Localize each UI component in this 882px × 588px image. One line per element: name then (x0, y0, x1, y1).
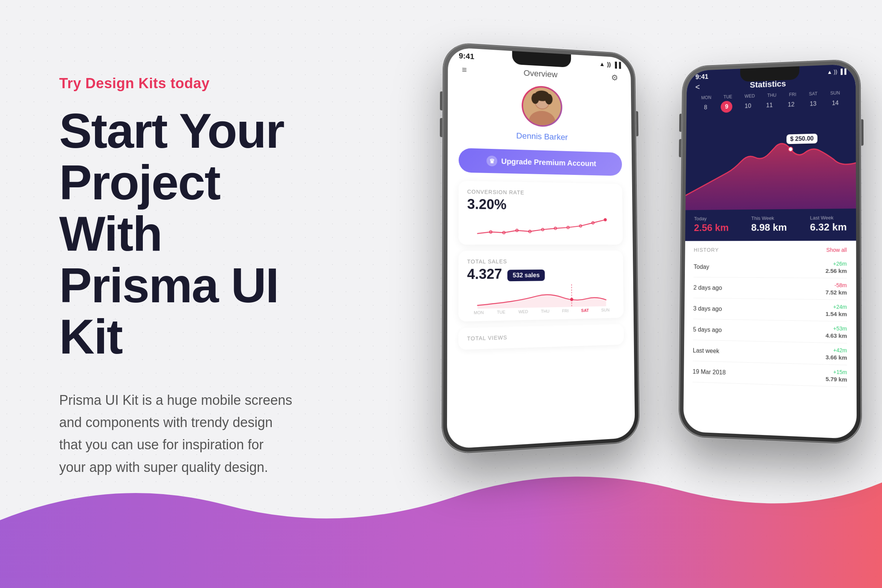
metric-today-label: Today (694, 216, 729, 221)
notch-right (740, 66, 799, 82)
cal-date-8[interactable]: 8 (700, 101, 712, 113)
svg-point-19 (789, 147, 793, 152)
history-item-5days: 5 days ago +53m 4.63 km (693, 319, 847, 344)
total-sales-card: TOTAL SALES 4.327 532 sales (458, 251, 623, 322)
overview-title: Overview (524, 68, 557, 80)
show-all-link[interactable]: Show all (826, 247, 847, 253)
history-item-2days: 2 days ago -58m 7.52 km (693, 277, 847, 300)
history-section: HISTORY Show all Today +26m 2.56 km 2 da… (684, 241, 857, 394)
phone-frame-right: 9:41 ▲ )) ▐▐ < Statistics (679, 59, 862, 444)
price-tooltip: $ 250.00 (786, 133, 817, 144)
phones-container: 9:41 ▲ )) ▐▐ ≡ Overview ⚙ (445, 15, 859, 543)
conversion-value: 3.20% (467, 196, 614, 214)
upgrade-button[interactable]: ♛ Upgrade Premium Account (459, 148, 622, 176)
status-icons-right: ▲ )) ▐▐ (827, 68, 846, 75)
gear-icon[interactable]: ⚙ (611, 73, 618, 83)
phone-inner-left: 9:41 ▲ )) ▐▐ ≡ Overview ⚙ (447, 47, 635, 449)
sales-chart (467, 284, 616, 309)
metric-today: Today 2.56 km (694, 216, 729, 234)
screen2: 9:41 ▲ )) ▐▐ < Statistics (683, 64, 857, 439)
total-views-card: TOTAL VIEWS (458, 324, 624, 350)
avatar-ring (522, 85, 562, 127)
metric-this-week-label: This Week (751, 215, 787, 221)
metric-last-week-value: 6.32 km (810, 221, 847, 233)
stats-metrics: Today 2.56 km This Week 8.98 km Last Wee… (685, 208, 856, 241)
metric-this-week: This Week 8.98 km (751, 215, 787, 233)
metric-last-week-label: Last Week (810, 215, 847, 221)
cal-date-11[interactable]: 11 (764, 99, 776, 111)
phone-right: 9:41 ▲ )) ▐▐ < Statistics (679, 59, 862, 444)
phone-frame-left: 9:41 ▲ )) ▐▐ ≡ Overview ⚙ (442, 42, 639, 454)
tagline: Try Design Kits today (59, 75, 308, 92)
stats-chart: $ 250.00 (686, 118, 856, 210)
metric-this-week-value: 8.98 km (751, 222, 787, 233)
left-content: Try Design Kits today Start Your Project… (59, 75, 308, 478)
sales-label: TOTAL SALES (467, 258, 615, 265)
phone-left: 9:41 ▲ )) ▐▐ ≡ Overview ⚙ (442, 42, 639, 454)
description: Prisma UI Kit is a huge mobile screens a… (59, 389, 293, 479)
back-icon[interactable]: < (695, 82, 700, 92)
upgrade-label: Upgrade Premium Account (501, 157, 596, 168)
history-title: HISTORY (694, 247, 719, 253)
avatar-section: Dennis Barker (459, 82, 622, 144)
sales-badge: 532 sales (507, 270, 545, 281)
hamburger-icon[interactable]: ≡ (462, 65, 467, 75)
views-label: TOTAL VIEWS (467, 331, 616, 341)
user-name: Dennis Barker (516, 131, 568, 142)
cal-date-13[interactable]: 13 (807, 98, 819, 110)
crown-icon: ♛ (487, 156, 497, 167)
time-right: 9:41 (695, 73, 708, 81)
conversion-label: CONVERSION RATE (467, 188, 614, 197)
history-header: HISTORY Show all (694, 247, 847, 253)
cal-date-12[interactable]: 12 (785, 98, 797, 110)
sales-value: 4.327 (467, 266, 502, 283)
history-item-mar2018: 19 Mar 2018 +15m 5.79 km (692, 361, 847, 387)
conversion-chart (467, 215, 615, 239)
history-item-3days: 3 days ago +24m 1.54 km (693, 298, 847, 322)
metric-last-week: Last Week 6.32 km (810, 215, 847, 233)
status-icons-left: ▲ )) ▐▐ (599, 61, 621, 68)
screen1: ≡ Overview ⚙ (447, 61, 634, 350)
time-left: 9:41 (459, 52, 474, 61)
conversion-rate-card: CONVERSION RATE 3.20% (458, 181, 623, 245)
history-item-today: Today +26m 2.56 km (694, 257, 847, 279)
cal-date-14[interactable]: 14 (829, 97, 841, 109)
sales-bottom: 4.327 532 sales (467, 265, 616, 286)
main-title: Start Your Project With Prisma UI Kit (59, 105, 308, 363)
phone-inner-right: 9:41 ▲ )) ▐▐ < Statistics (683, 64, 857, 439)
metric-today-value: 2.56 km (694, 222, 729, 234)
cal-date-9-active[interactable]: 9 (721, 101, 732, 113)
avatar-image (523, 87, 561, 126)
svg-point-7 (604, 218, 607, 221)
cal-date-10[interactable]: 10 (742, 100, 754, 112)
